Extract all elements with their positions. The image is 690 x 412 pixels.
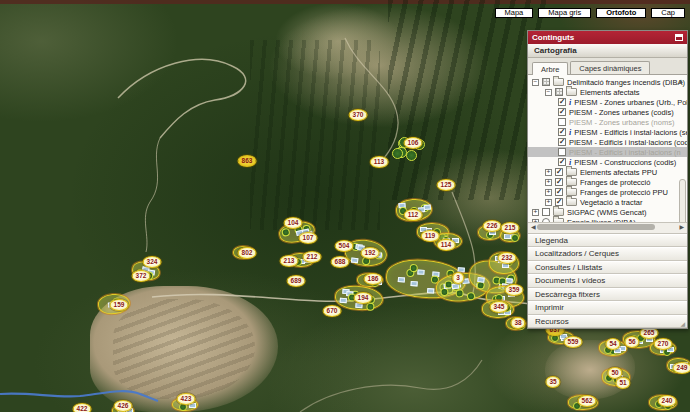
tab-capes-dinamiques[interactable]: Capes dinàmiques <box>570 61 650 74</box>
map-marker-212[interactable]: 212 <box>303 251 322 263</box>
tree-item-label[interactable]: PIESM - Zones urbanes (noms) <box>569 118 674 127</box>
map-marker-106[interactable]: 106 <box>404 137 423 149</box>
layer-checkbox[interactable] <box>558 128 566 136</box>
map-marker-689[interactable]: 689 <box>287 275 306 287</box>
accordion-item-desc-rrega-fitxers[interactable]: Descàrrega fitxers <box>528 288 687 302</box>
scroll-left-icon[interactable]: ◀ <box>531 224 536 231</box>
map-marker-863[interactable]: 863 <box>238 155 257 167</box>
map-marker-113[interactable]: 113 <box>370 156 389 168</box>
map-marker-112[interactable]: 112 <box>404 209 423 221</box>
tree-item-sigpac-wms-gencat[interactable]: +SIGPAC (WMS Gencat) <box>528 207 687 217</box>
basemap-button-mapa[interactable]: Mapa <box>495 8 534 18</box>
map-marker-215[interactable]: 215 <box>501 222 520 234</box>
map-marker-232[interactable]: 232 <box>498 252 517 264</box>
tree-item-piesm-edificis-i-instal-lacions-n[interactable]: PIESM - Edificis i instal·lacions (n <box>528 147 687 157</box>
map-marker-426[interactable]: 426 <box>114 400 133 412</box>
map-marker-562[interactable]: 562 <box>578 395 597 407</box>
map-marker-324[interactable]: 324 <box>143 256 162 268</box>
map-marker-114[interactable]: 114 <box>437 239 456 251</box>
tree-item-delimitaci-franges-incendis-diba[interactable]: −Delimitació franges incendis (DIBA) <box>528 77 687 87</box>
tree-item-piesm-zones-urbanes-noms[interactable]: PIESM - Zones urbanes (noms) <box>528 117 687 127</box>
map-marker-192[interactable]: 192 <box>361 247 380 259</box>
accordion-item-recursos[interactable]: Recursos <box>528 315 687 329</box>
map-marker-125[interactable]: 125 <box>437 179 456 191</box>
layer-checkbox[interactable] <box>558 98 566 106</box>
tree-scroll-up-icon[interactable]: ▲ <box>678 78 684 84</box>
tree-item-label[interactable]: Franges de protecció PPU <box>580 188 668 197</box>
layer-checkbox[interactable] <box>558 148 566 156</box>
collapse-icon[interactable]: − <box>545 89 552 96</box>
minimize-icon[interactable] <box>675 34 683 41</box>
info-icon[interactable]: i <box>569 128 571 137</box>
collapse-icon[interactable]: − <box>532 79 539 86</box>
resize-grip-icon[interactable]: ◢ <box>680 320 685 327</box>
tree-item-label[interactable]: Elements afectats PPU <box>580 168 657 177</box>
layer-checkbox[interactable] <box>542 78 550 86</box>
tree-item-piesm-zones-urbanes-codis[interactable]: PIESM - Zones urbanes (codis) <box>528 107 687 117</box>
tree-item-label[interactable]: PIESM - Edificis i instal·lacions (segon <box>574 128 687 137</box>
layer-checkbox[interactable] <box>558 108 566 116</box>
map-marker-270[interactable]: 270 <box>654 338 673 350</box>
map-marker-249[interactable]: 249 <box>673 362 690 374</box>
accordion-item-consultes-llistats[interactable]: Consultes / Llistats <box>528 261 687 275</box>
layer-checkbox[interactable] <box>558 118 566 126</box>
accordion-item-localitzadors-cerques[interactable]: Localitzadors / Cerques <box>528 247 687 261</box>
map-marker-688[interactable]: 688 <box>331 256 350 268</box>
layer-checkbox[interactable] <box>558 158 566 166</box>
horizontal-scroll-thumb[interactable] <box>537 224 655 230</box>
map-marker-104[interactable]: 104 <box>284 217 303 229</box>
map-marker-372[interactable]: 372 <box>132 270 151 282</box>
tree-item-label[interactable]: Vegetació a tractar <box>580 198 643 207</box>
basemap-button-mapa-gris[interactable]: Mapa gris <box>538 8 591 18</box>
accordion-item-imprimir[interactable]: Imprimir <box>528 301 687 315</box>
map-marker-802[interactable]: 802 <box>238 247 257 259</box>
expand-icon[interactable]: + <box>545 179 552 186</box>
tree-item-label[interactable]: Delimitació franges incendis (DIBA) <box>567 78 685 87</box>
scroll-right-icon[interactable]: ▶ <box>679 224 684 231</box>
map-marker-194[interactable]: 194 <box>354 292 373 304</box>
map-marker-107[interactable]: 107 <box>299 232 318 244</box>
map-marker-213[interactable]: 213 <box>280 255 299 267</box>
info-icon[interactable]: i <box>569 98 571 107</box>
tree-item-franges-de-protecci-ppu[interactable]: +Franges de protecció PPU <box>528 187 687 197</box>
tree-item-label[interactable]: Franges de protecció <box>580 178 650 187</box>
layer-checkbox[interactable] <box>555 178 563 186</box>
map-marker-3[interactable]: 3 <box>452 272 464 284</box>
tree-item-label[interactable]: PIESM - Construccions (codis) <box>574 158 676 167</box>
layer-checkbox[interactable] <box>558 138 566 146</box>
tree-item-piesm-edificis-i-instal-lacions-codis[interactable]: PIESM - Edificis i instal·lacions (codis… <box>528 137 687 147</box>
tree-item-piesm-zones-urbanes-urb-pol-alb[interactable]: iPIESM - Zones urbanes (Urb., Pol., alb <box>528 97 687 107</box>
tree-item-label[interactable]: PIESM - Zones urbanes (Urb., Pol., alb <box>574 98 687 107</box>
accordion-item-documents-i-v-deos[interactable]: Documents i vídeos <box>528 274 687 288</box>
tree-item-vegetaci-a-tractar[interactable]: +Vegetació a tractar <box>528 197 687 207</box>
tree-item-label[interactable]: SIGPAC (WMS Gencat) <box>567 208 646 217</box>
tree-item-label[interactable]: PIESM - Zones urbanes (codis) <box>569 108 674 117</box>
tree-item-label[interactable]: PIESM - Edificis i instal·lacions (n <box>569 148 681 157</box>
layer-checkbox[interactable] <box>555 198 563 206</box>
expand-icon[interactable]: + <box>532 209 539 216</box>
map-marker-159[interactable]: 159 <box>110 299 129 311</box>
map-marker-119[interactable]: 119 <box>421 230 440 242</box>
tree-item-franges-de-protecci[interactable]: +Franges de protecció <box>528 177 687 187</box>
tree-item-piesm-edificis-i-instal-lacions-segon[interactable]: iPIESM - Edificis i instal·lacions (sego… <box>528 127 687 137</box>
expand-icon[interactable]: + <box>545 189 552 196</box>
map-marker-670[interactable]: 670 <box>323 305 342 317</box>
map-marker-359[interactable]: 359 <box>505 284 524 296</box>
map-marker-422[interactable]: 422 <box>73 403 92 412</box>
map-marker-345[interactable]: 345 <box>490 301 509 313</box>
layer-checkbox[interactable] <box>555 88 563 96</box>
basemap-button-cap[interactable]: Cap <box>651 8 685 18</box>
layer-checkbox[interactable] <box>555 188 563 196</box>
map-marker-186[interactable]: 186 <box>364 273 383 285</box>
map-marker-423[interactable]: 423 <box>177 393 196 405</box>
map-marker-240[interactable]: 240 <box>658 395 677 407</box>
basemap-button-ortofoto[interactable]: Ortofoto <box>596 8 646 18</box>
accordion-item-llegenda[interactable]: Llegenda <box>528 234 687 248</box>
map-marker-559[interactable]: 559 <box>564 336 583 348</box>
tree-horizontal-scrollbar[interactable]: ◀ ▶ <box>528 222 687 234</box>
tree-item-piesm-construccions-codis[interactable]: iPIESM - Construccions (codis) <box>528 157 687 167</box>
tree-item-label[interactable]: Elements afectats <box>580 88 640 97</box>
tree-item-elements-afectats[interactable]: −Elements afectats <box>528 87 687 97</box>
tree-item-elements-afectats-ppu[interactable]: +Elements afectats PPU <box>528 167 687 177</box>
layer-checkbox[interactable] <box>555 168 563 176</box>
